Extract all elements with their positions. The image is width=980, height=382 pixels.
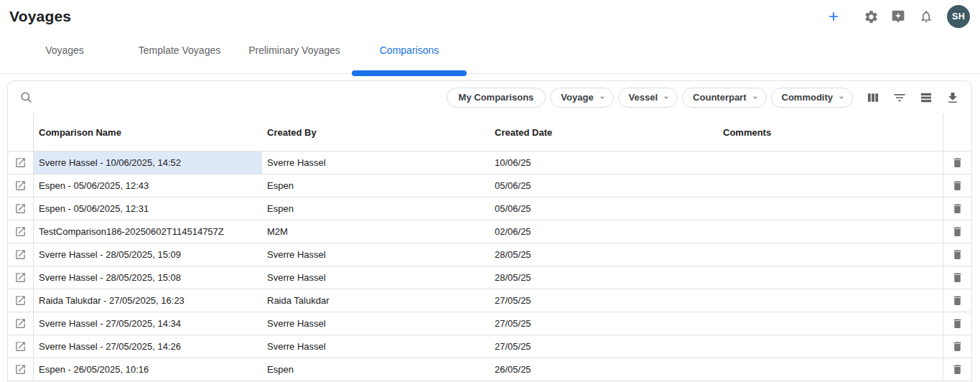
- cell-comparison-name[interactable]: Sverre Hassel - 28/05/2025, 15:08: [34, 266, 262, 289]
- toolbar-icon-group: [864, 89, 961, 106]
- open-comparison-button[interactable]: [8, 289, 34, 312]
- cell-comments[interactable]: [718, 312, 943, 335]
- trash-icon: [951, 363, 963, 376]
- cell-created-by[interactable]: Sverre Hassel: [262, 335, 490, 358]
- delete-comparison-button[interactable]: [943, 174, 971, 197]
- cell-comments[interactable]: [718, 358, 943, 381]
- download-button[interactable]: [944, 89, 961, 106]
- chip-voyage-filter[interactable]: Voyage: [550, 88, 613, 108]
- notifications-button[interactable]: [918, 8, 935, 25]
- cell-comments[interactable]: [718, 220, 943, 243]
- cell-created-by[interactable]: Sverre Hassel: [262, 243, 490, 266]
- cell-comments[interactable]: [718, 197, 943, 220]
- delete-comparison-button[interactable]: [943, 358, 971, 381]
- density-button[interactable]: [918, 89, 935, 106]
- cell-comments[interactable]: [718, 152, 943, 174]
- tab-template-voyages[interactable]: Template Voyages: [122, 33, 237, 73]
- cell-comparison-name[interactable]: Sverre Hassel - 10/06/2025, 14:52: [34, 152, 262, 174]
- trash-icon: [951, 248, 963, 261]
- tab-voyages[interactable]: Voyages: [7, 33, 122, 73]
- cell-comments[interactable]: [718, 266, 943, 289]
- delete-comparison-button[interactable]: [943, 335, 971, 358]
- cell-created-date[interactable]: 27/05/25: [490, 312, 718, 335]
- cell-comparison-name[interactable]: Espen - 26/05/2025, 10:16: [34, 358, 262, 381]
- cell-created-date[interactable]: 28/05/25: [490, 266, 718, 289]
- chevron-down-icon: [597, 92, 608, 103]
- cell-comments[interactable]: [718, 174, 943, 197]
- open-comparison-button[interactable]: [8, 174, 34, 197]
- cell-comparison-name[interactable]: Raida Talukdar - 27/05/2025, 16:23: [34, 289, 262, 312]
- column-header-comparison-name[interactable]: Comparison Name: [34, 113, 262, 151]
- chip-counterpart-filter[interactable]: Counterpart: [682, 88, 766, 108]
- delete-comparison-button[interactable]: [943, 243, 971, 266]
- cell-created-date[interactable]: 05/06/25: [490, 174, 718, 197]
- cell-comparison-name[interactable]: TestComparison186-20250602T114514757Z: [34, 220, 262, 243]
- open-comparison-button[interactable]: [8, 358, 34, 381]
- chip-vessel-filter[interactable]: Vessel: [618, 88, 678, 108]
- cell-comparison-name[interactable]: Sverre Hassel - 27/05/2025, 14:34: [34, 312, 262, 335]
- open-comparison-button[interactable]: [8, 152, 34, 174]
- columns-button[interactable]: [864, 89, 882, 106]
- app-header: Voyages SH: [0, 0, 980, 33]
- open-comparison-button[interactable]: [8, 243, 34, 266]
- chip-my-comparisons[interactable]: My Comparisons: [447, 88, 546, 108]
- column-header-comments[interactable]: Comments: [718, 113, 943, 151]
- cell-created-by[interactable]: Espen: [262, 358, 490, 381]
- toolbar-right: My Comparisons Voyage Vessel Counterpart…: [447, 88, 961, 108]
- tab-preliminary-voyages[interactable]: Preliminary Voyages: [237, 33, 352, 73]
- plus-icon: [826, 9, 841, 24]
- cell-comments[interactable]: [718, 289, 943, 312]
- table-row: Sverre Hassel - 27/05/2025, 14:34 Sverre…: [8, 312, 971, 335]
- cell-comparison-name[interactable]: Sverre Hassel - 28/05/2025, 15:09: [34, 243, 262, 266]
- open-comparison-button[interactable]: [8, 197, 34, 220]
- open-comparison-button[interactable]: [8, 335, 34, 358]
- cell-comments[interactable]: [718, 335, 943, 358]
- settings-button[interactable]: [862, 8, 879, 25]
- open-in-new-icon: [14, 202, 27, 215]
- header-spacer-right: [943, 113, 971, 151]
- search-button[interactable]: [17, 88, 37, 108]
- cell-created-by[interactable]: Espen: [262, 174, 490, 197]
- open-comparison-button[interactable]: [8, 266, 34, 289]
- cell-created-date[interactable]: 10/06/25: [490, 152, 718, 174]
- assistant-button[interactable]: [890, 8, 907, 25]
- delete-comparison-button[interactable]: [943, 289, 971, 312]
- delete-comparison-button[interactable]: [943, 266, 971, 289]
- cell-created-date[interactable]: 26/05/25: [490, 358, 718, 381]
- column-header-created-by[interactable]: Created By: [262, 113, 490, 151]
- cell-created-date[interactable]: 05/06/25: [490, 197, 718, 220]
- cell-created-date[interactable]: 02/06/25: [490, 220, 718, 243]
- table-row: Espen - 05/06/2025, 12:31 Espen 05/06/25: [8, 197, 971, 220]
- cell-comparison-name[interactable]: Espen - 05/06/2025, 12:43: [34, 174, 262, 197]
- cell-created-date[interactable]: 27/05/25: [490, 289, 718, 312]
- column-header-created-date[interactable]: Created Date: [490, 113, 718, 151]
- cell-created-by[interactable]: Sverre Hassel: [262, 312, 490, 335]
- tab-comparisons[interactable]: Comparisons: [352, 33, 467, 73]
- open-comparison-button[interactable]: [8, 220, 34, 243]
- cell-created-by[interactable]: M2M: [262, 220, 490, 243]
- bell-icon: [919, 9, 933, 24]
- user-avatar[interactable]: SH: [947, 5, 970, 28]
- cell-comparison-name[interactable]: Sverre Hassel - 27/05/2025, 14:26: [34, 335, 262, 358]
- delete-comparison-button[interactable]: [943, 197, 971, 220]
- cell-created-by[interactable]: Sverre Hassel: [262, 266, 490, 289]
- trash-icon: [951, 340, 963, 353]
- add-button[interactable]: [825, 8, 842, 25]
- cell-created-by[interactable]: Sverre Hassel: [262, 152, 490, 174]
- cell-created-date[interactable]: 27/05/25: [490, 335, 718, 358]
- chip-label: Commodity: [782, 92, 834, 103]
- open-comparison-button[interactable]: [8, 312, 34, 335]
- delete-comparison-button[interactable]: [943, 152, 971, 174]
- delete-comparison-button[interactable]: [943, 312, 971, 335]
- download-icon: [946, 90, 960, 105]
- delete-comparison-button[interactable]: [943, 220, 971, 243]
- cell-comments[interactable]: [718, 243, 943, 266]
- cell-created-date[interactable]: 28/05/25: [490, 243, 718, 266]
- table-row: Sverre Hassel - 27/05/2025, 14:26 Sverre…: [8, 335, 971, 358]
- chip-commodity-filter[interactable]: Commodity: [771, 88, 854, 108]
- chip-label: Voyage: [561, 92, 593, 103]
- cell-comparison-name[interactable]: Espen - 05/06/2025, 12:31: [34, 197, 262, 220]
- cell-created-by[interactable]: Raida Talukdar: [262, 289, 490, 312]
- filter-button[interactable]: [891, 89, 908, 106]
- cell-created-by[interactable]: Espen: [262, 197, 490, 220]
